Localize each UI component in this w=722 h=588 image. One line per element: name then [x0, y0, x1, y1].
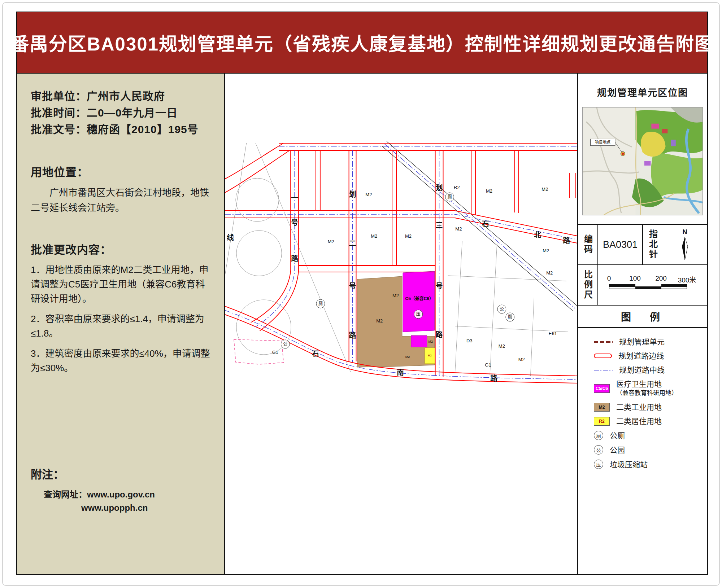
parcel-label: M2: [542, 187, 548, 192]
info-panel: 审批单位：广州市人民政府 批准时间：二0—0年九月一日 批准文号：穗府函【201…: [17, 74, 225, 574]
road-name-label: 石: [312, 350, 319, 358]
road-name-label: 南: [397, 369, 404, 377]
legend-item-label: 规划道路边线: [618, 351, 664, 360]
legend-item: 规划道路中线: [594, 365, 704, 374]
c5-medical-parcel: [403, 271, 435, 332]
parcel-label: M2: [371, 233, 377, 239]
road-name-label: 划: [436, 184, 443, 192]
facility-icon: 厕: [508, 315, 512, 320]
project-site-dot: [622, 153, 624, 155]
road-name-label: 一: [291, 194, 298, 202]
location-description: 广州市番禺区大石街会江村地段，地铁二号延长线会江站旁。: [31, 185, 212, 215]
legend-item: 压垃圾压缩站: [594, 460, 704, 469]
road-name-label: 划: [349, 190, 356, 198]
code-label: 编码: [578, 225, 598, 264]
road-name-label: 石: [482, 220, 489, 228]
approval-unit: 审批单位：广州市人民政府: [31, 88, 212, 105]
facility-icon: 公: [283, 342, 287, 347]
parcel-label: M2: [328, 239, 334, 244]
parcel-label: R2: [454, 185, 460, 190]
terrain-circle: [236, 231, 282, 276]
legend-item: R2二类居住用地: [594, 417, 704, 426]
title-banner: 番禺分区BA0301规划管理单元（省残疾人康复基地）控制性详细规划更改通告附图: [17, 12, 707, 74]
legend-facility-icon: 厕: [594, 431, 603, 440]
query-url-primary: 查询网址：www.upo.gov.cn: [44, 487, 212, 500]
legend-facility-icon: 公: [594, 445, 603, 455]
query-url-secondary: www.upopph.cn: [81, 503, 212, 513]
approval-time: 批准时间：二0—0年九月一日: [31, 105, 212, 121]
parcel-label: M2: [376, 318, 383, 324]
road-name-label: 路: [291, 254, 299, 263]
road-name-label: 北: [534, 231, 541, 239]
road-name-label: 号: [349, 282, 356, 290]
legend-item-label: 垃圾压缩站: [610, 460, 648, 469]
c5-medical-parcel-small: [411, 335, 427, 347]
facility-icon: 公: [500, 307, 504, 312]
north-label: 指北针: [643, 225, 662, 264]
facility-icon: 厕: [318, 301, 323, 306]
parcel-label: R2: [428, 354, 432, 357]
scale-tick: 300米: [678, 275, 696, 284]
road-name-label: 线: [227, 233, 234, 242]
parcel-label: M2: [392, 293, 399, 298]
parcel-label: M2: [486, 188, 492, 194]
parcel-label: G1: [272, 350, 278, 355]
changes-section-title: 批准更改内容：: [31, 241, 212, 257]
code-row: 编码 BA0301 指北针 N: [578, 224, 707, 264]
parcel-label: M2: [405, 233, 412, 239]
unit-code: BA0301: [598, 225, 643, 264]
parcel-label: D3: [466, 338, 473, 343]
legend-swatch-c5-c6: C5/C6: [594, 384, 610, 393]
plan-sheet-frame: 番禺分区BA0301规划管理单元（省残疾人康复基地）控制性详细规划更改通告附图 …: [16, 12, 708, 575]
road-name-label: 路: [563, 236, 570, 245]
scale-bar: [609, 284, 687, 289]
scale-area: 0100200300米: [598, 265, 707, 305]
scale-tick: 100: [629, 275, 641, 282]
road-name-label: 二: [349, 240, 356, 247]
scale-tick: 0: [607, 275, 611, 282]
location-map: 项目地点: [582, 107, 703, 215]
parcel-label: M2: [518, 357, 525, 362]
parcel-label: M2: [546, 270, 553, 276]
road-name-label: 路: [349, 331, 357, 339]
legend-swatch-edge-line: [594, 354, 612, 358]
legend-swatch-m2: M2: [594, 403, 610, 412]
location-section-title: 用地位置：: [31, 163, 212, 179]
change-item-1: 1．用地性质由原来的M2二类工业用地，申请调整为C5医疗卫生用地（兼容C6教育科…: [31, 263, 212, 306]
legend-item: 公公园: [594, 445, 704, 455]
parcel-label: M2: [499, 343, 505, 349]
legend-item-label: 医疗卫生用地（兼容教育科研用地）: [616, 379, 678, 398]
road-name-label: 三: [436, 221, 443, 229]
location-map-title: 规划管理单元区位图: [578, 85, 707, 98]
page-title: 番禺分区BA0301规划管理单元（省残疾人康复基地）控制性详细规划更改通告附图: [10, 29, 714, 56]
road-name-label: 路: [436, 330, 443, 339]
legend-item-label: 公园: [610, 446, 625, 455]
parcel-label: M2: [428, 340, 432, 343]
legend-list: 规划管理单元规划道路边线规划道路中线C5/C6医疗卫生用地（兼容教育科研用地）M…: [578, 328, 707, 474]
terrain-circle: [236, 178, 279, 221]
scale-tick: 200: [655, 275, 667, 282]
north-arrow: N: [662, 225, 707, 264]
legend-item-label: 公厕: [610, 431, 625, 440]
legend-item-label: 二类居住用地: [616, 417, 662, 426]
notes-title: 附注：: [31, 465, 212, 482]
parcel-label: E61: [549, 331, 557, 336]
road-name-label: 号: [291, 219, 298, 227]
legend-title: 图 例: [578, 305, 707, 328]
parcel-boundaries: [448, 241, 568, 376]
legend-item: C5/C6医疗卫生用地（兼容教育科研用地）: [594, 379, 704, 398]
parcel-label: M2: [455, 226, 462, 232]
legend-swatch-center-line: [594, 370, 613, 370]
legend-item: 厕公厕: [594, 431, 704, 440]
facility-icon: 压: [416, 312, 421, 317]
legend-swatch-unit-line: [594, 341, 613, 343]
scale-ticks: 0100200300米: [609, 275, 707, 284]
side-panel: 规划管理单元区位图: [577, 74, 707, 574]
parcel-label: M2: [405, 355, 410, 359]
project-marker-label: 项目地点: [595, 140, 610, 144]
location-map-svg: 项目地点: [583, 107, 703, 215]
change-item-2: 2．容积率由原来要求的≤1.4，申请调整为≤1.8。: [31, 312, 212, 341]
planning-map-svg: 一号路划二号路划三号路线石北路石南路M2R2M2M2M2M2M2M2M2M2M2…: [225, 74, 577, 574]
planning-map: 一号路划二号路划三号路线石北路石南路M2R2M2M2M2M2M2M2M2M2M2…: [225, 74, 577, 574]
parcel-label: C5（兼容C6）: [405, 296, 434, 301]
